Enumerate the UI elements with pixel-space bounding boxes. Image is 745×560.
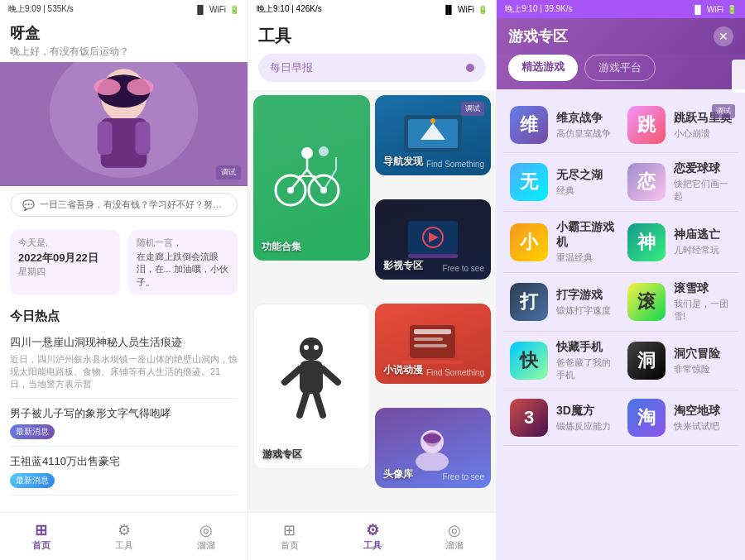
svg-point-35 bbox=[304, 345, 309, 350]
game-info-kuai: 快藏手机 爸爸藏了我的手机 bbox=[556, 340, 614, 381]
nav-explore-1[interactable]: ◎ 溜溜 bbox=[165, 518, 248, 555]
search-dot bbox=[466, 64, 474, 72]
game-da[interactable]: 打 打字游戏 锻炼打字速度 bbox=[503, 273, 621, 332]
game-icon-shen: 神 bbox=[627, 223, 666, 261]
status-icons-1: ▐▌ WiFi 🔋 bbox=[195, 5, 239, 14]
svg-rect-28 bbox=[408, 254, 458, 258]
status-icons-3: ▐▌ WiFi 🔋 bbox=[692, 3, 737, 15]
hero-art bbox=[0, 62, 248, 186]
card-youxi[interactable]: 游戏专区 bbox=[253, 304, 370, 469]
hero-badge: 调试 bbox=[216, 165, 241, 179]
news-item-2[interactable]: 男子被儿子写的象形文字气得咆哮 最新消息 bbox=[10, 399, 238, 448]
card-label-youxi: 游戏专区 bbox=[262, 448, 302, 462]
p3-title: 游戏专区 bbox=[508, 26, 568, 46]
svg-point-7 bbox=[94, 79, 121, 95]
game-3d[interactable]: 3 3D魔方 锻炼反应能力 bbox=[503, 390, 621, 446]
tools-grid: 功能合集 导航发现 Find Something 调试 bbox=[248, 90, 496, 512]
news-title-1: 四川一悬崖山洞现神秘人员生活痕迹 bbox=[10, 334, 238, 351]
card-label-yingshi: 影视专区 bbox=[383, 259, 423, 273]
game-info-3d: 3D魔方 锻炼反应能力 bbox=[556, 404, 614, 433]
nav-tools-1[interactable]: ⚙ 工具 bbox=[83, 518, 166, 555]
game-icon-wuji: 无 bbox=[510, 163, 548, 201]
talk-button[interactable]: 💬 一日三省吾身，有没有钱？学习好不好？努力不努力？ bbox=[10, 193, 238, 217]
game-weijing[interactable]: 维 维京战争 高仿皇室战争 bbox=[503, 98, 621, 153]
game-desc-weijing: 高仿皇室战争 bbox=[556, 127, 614, 140]
talk-text: 一日三省吾身，有没有钱？学习好不好？努力不努力？ bbox=[40, 199, 225, 211]
date-value: 2022年09月22日 bbox=[18, 251, 112, 266]
news-item-1[interactable]: 四川一悬崖山洞现神秘人员生活痕迹 近日，四川泸州叙永县水坝镇一座山体的绝壁山洞内… bbox=[10, 328, 238, 399]
card-yingshi[interactable]: 影视专区 Free to see bbox=[375, 199, 492, 280]
game-name-wuji: 无尽之湖 bbox=[556, 168, 614, 183]
battery-icon-2: 🔋 bbox=[478, 5, 488, 14]
game-shen[interactable]: 神 神庙逃亡 儿时经常玩 bbox=[621, 212, 738, 273]
status-bar-1: 晚上9:09 | 535K/s ▐▌ WiFi 🔋 bbox=[0, 0, 248, 18]
nav-home-1[interactable]: ⊞ 首页 bbox=[0, 518, 83, 555]
games-list: 维 维京战争 高仿皇室战争 跳 跳跃马里奥 小心崩溃 调试 无 无尽之湖 bbox=[497, 91, 745, 560]
game-desc-lian: 快把它们画一起 bbox=[674, 178, 732, 203]
app-header: 呀盒 晚上好，有没有饭后运动？ bbox=[0, 18, 248, 62]
nav-home-2[interactable]: ⊞ 首页 bbox=[248, 518, 331, 555]
game-desc-xiao: 重温经典 bbox=[556, 251, 614, 264]
game-name-dong: 洞穴冒险 bbox=[674, 347, 732, 361]
svg-rect-6 bbox=[135, 122, 150, 155]
quote-label: 随机一言， bbox=[137, 237, 230, 249]
home-icon-1: ⊞ bbox=[0, 521, 83, 539]
panel-games: 晚上9:10 | 39.9K/s ▐▌ WiFi 🔋 游戏专区 ✕ 精选游戏 游… bbox=[497, 0, 745, 560]
games-row-5: 快 快藏手机 爸爸藏了我的手机 洞 洞穴冒险 非常惊险 bbox=[503, 332, 738, 390]
nav-tools-2[interactable]: ⚙ 工具 bbox=[331, 518, 414, 555]
game-icon-tiaoyue: 跳 bbox=[627, 106, 666, 144]
game-tiaoyue[interactable]: 跳 跳跃马里奥 小心崩溃 调试 bbox=[621, 98, 738, 153]
card-touxiang[interactable]: 头像库 Free to see bbox=[375, 408, 492, 488]
search-bar[interactable]: 每日早报 bbox=[258, 54, 486, 82]
game-lian[interactable]: 恋 恋爱球球 快把它们画一起 bbox=[621, 153, 738, 212]
card-daohang[interactable]: 导航发现 Find Something 调试 bbox=[375, 95, 492, 175]
games-row-4: 打 打字游戏 锻炼打字速度 滚 滚雪球 我们是，一团雪! bbox=[503, 273, 738, 332]
battery-icon-3: 🔋 bbox=[727, 5, 737, 14]
signal-icon-3: ▐▌ bbox=[692, 5, 704, 14]
nav-tools-label-2: 工具 bbox=[331, 539, 414, 552]
card-xiaoshuo[interactable]: 小说动漫 Find Something bbox=[375, 304, 492, 384]
card-subtitle-yingshi: Free to see bbox=[442, 264, 484, 273]
status-time-2: 晚上9:10 | 426K/s bbox=[257, 3, 322, 15]
game-tao[interactable]: 淘 淘空地球 快来试试吧 bbox=[621, 390, 738, 446]
game-icon-xiao: 小 bbox=[510, 223, 548, 261]
game-desc-3d: 锻炼反应能力 bbox=[556, 420, 614, 433]
nav-explore-2[interactable]: ◎ 溜溜 bbox=[413, 518, 496, 555]
card-label-gongneng: 功能合集 bbox=[262, 240, 301, 254]
game-info-dong: 洞穴冒险 非常惊险 bbox=[674, 347, 732, 376]
game-gun[interactable]: 滚 滚雪球 我们是，一团雪! bbox=[621, 273, 738, 332]
nav-home-label-2: 首页 bbox=[248, 539, 331, 552]
game-info-lian: 恋爱球球 快把它们画一起 bbox=[674, 161, 732, 203]
games-row-2: 无 无尽之湖 经典 恋 恋爱球球 快把它们画一起 bbox=[503, 153, 738, 212]
svg-rect-5 bbox=[98, 122, 113, 155]
game-name-tao: 淘空地球 bbox=[674, 404, 732, 419]
p3-close-button[interactable]: ✕ bbox=[714, 26, 733, 46]
game-xiao[interactable]: 小 小霸王游戏机 重温经典 bbox=[503, 212, 621, 273]
game-info-shen: 神庙逃亡 儿时经常玩 bbox=[674, 227, 732, 256]
hot-section-title: 今日热点 bbox=[0, 302, 248, 328]
card-gongneng[interactable]: 功能合集 bbox=[253, 95, 370, 261]
game-kuai[interactable]: 快 快藏手机 爸爸藏了我的手机 bbox=[503, 332, 621, 390]
svg-rect-30 bbox=[300, 361, 323, 394]
game-name-da: 打字游戏 bbox=[556, 288, 614, 303]
game-wuji[interactable]: 无 无尽之湖 经典 bbox=[503, 153, 621, 212]
game-info-wuji: 无尽之湖 经典 bbox=[556, 168, 614, 197]
signal-icon-1: ▐▌ bbox=[195, 5, 206, 14]
game-name-lian: 恋爱球球 bbox=[674, 161, 732, 176]
news-desc-1: 近日，四川泸州叙永县水坝镇一座山体的绝壁山洞内，惊现太阳能电路板、食物、床铺等有… bbox=[10, 353, 238, 391]
game-desc-wuji: 经典 bbox=[556, 184, 614, 197]
tab-selected-games[interactable]: 精选游戏 bbox=[508, 55, 578, 81]
game-icon-gun: 滚 bbox=[627, 283, 666, 321]
svg-rect-39 bbox=[414, 337, 443, 341]
status-time-3: 晚上9:10 | 39.9K/s bbox=[505, 3, 573, 15]
news-item-3[interactable]: 王祖蓝4110万出售豪宅 最新消息 bbox=[10, 447, 238, 495]
tab-game-platform[interactable]: 游戏平台 bbox=[584, 55, 656, 81]
hero-svg bbox=[0, 62, 248, 186]
game-desc-shen: 儿时经常玩 bbox=[674, 244, 732, 256]
game-dong[interactable]: 洞 洞穴冒险 非常惊险 bbox=[621, 332, 738, 390]
card-subtitle-daohang: Find Something bbox=[426, 160, 484, 169]
date-quote-row: 今天是, 2022年09月22日 星期四 随机一言， 在走廊上跌倒会流眼泪，在.… bbox=[0, 223, 248, 302]
date-box: 今天是, 2022年09月22日 星期四 bbox=[10, 230, 120, 295]
svg-point-24 bbox=[430, 118, 435, 123]
game-name-kuai: 快藏手机 bbox=[556, 340, 614, 355]
